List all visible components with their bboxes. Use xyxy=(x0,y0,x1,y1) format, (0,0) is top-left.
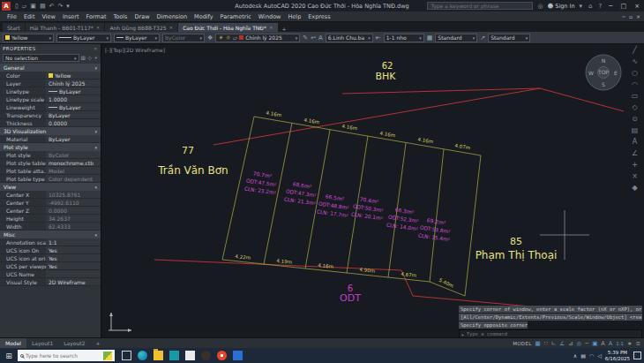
dynamic-input-icon[interactable]: ▣ xyxy=(592,340,597,347)
lineweight-dropdown[interactable]: ByLayer▾ xyxy=(114,34,160,42)
tab-cao-duc-thoi[interactable]: Cao Đức Thới - Hòa Nghĩa TNĐ*× xyxy=(178,23,277,32)
menu-express[interactable]: Express xyxy=(304,13,333,20)
new-tab-button[interactable]: + xyxy=(279,26,290,32)
annotation-scale-icon[interactable]: 1:1 xyxy=(616,341,624,346)
row-color-value[interactable]: Yellow xyxy=(46,72,101,79)
menu-draw[interactable]: Draw xyxy=(131,13,154,20)
row-ucs-per-viewport-value[interactable]: Yes xyxy=(46,262,101,269)
help-icon[interactable]: ? xyxy=(597,3,604,10)
taskbar-search[interactable] xyxy=(18,350,115,361)
doc-restore-button[interactable]: ▫ xyxy=(629,13,633,19)
action-center-icon[interactable] xyxy=(633,352,641,359)
section-view[interactable]: View▾ xyxy=(0,183,101,191)
tab-layout1[interactable]: Layout1 xyxy=(26,338,58,348)
dimension-tool-icon[interactable]: ∠ xyxy=(628,149,641,157)
row-linetype-value[interactable]: ByLayer xyxy=(46,87,101,95)
row-thickness-value[interactable]: 0.0000 xyxy=(46,119,101,126)
lineweight-display-icon[interactable]: ─ xyxy=(585,340,588,347)
row-material-value[interactable]: ByLayer xyxy=(46,135,101,142)
help-search-input[interactable] xyxy=(427,2,533,10)
close-tab-icon[interactable]: × xyxy=(269,25,273,30)
task-view-icon[interactable] xyxy=(122,351,131,360)
new-file-icon[interactable]: ▯ xyxy=(13,3,20,10)
row-ucs-icon-on-value[interactable]: Yes xyxy=(46,246,101,253)
polygon-tool-icon[interactable]: ◇ xyxy=(628,103,641,111)
model-space-label[interactable]: MODEL xyxy=(513,341,531,346)
redo-icon[interactable]: ↷ xyxy=(56,3,64,10)
autoscale-icon[interactable]: A xyxy=(609,340,612,347)
tab-anh-dung[interactable]: Anh Dũng BB88-T325× xyxy=(105,23,177,32)
navigation-compass[interactable]: N E S W TOP xyxy=(586,55,621,90)
circle-tool-icon[interactable]: ○ xyxy=(628,69,641,77)
network-icon[interactable]: ◠ xyxy=(589,352,594,359)
tray-expand-icon[interactable]: ∧ xyxy=(573,352,577,359)
apps-icon[interactable]: ⌂ xyxy=(587,3,594,10)
menu-insert[interactable]: Insert xyxy=(59,13,83,20)
sign-in-button[interactable]: ☻Sign In xyxy=(548,3,575,10)
text-style-icon[interactable]: A xyxy=(318,34,323,42)
tab-hai-thanh[interactable]: Hải Thanh - BB01-T117*× xyxy=(26,23,105,32)
cart-icon[interactable]: ▾ xyxy=(578,3,585,10)
compass-north[interactable]: N xyxy=(602,57,606,64)
table-style-icon[interactable]: ▦ xyxy=(427,34,433,42)
file-explorer-icon[interactable] xyxy=(154,351,163,360)
doc-close-button[interactable]: × xyxy=(636,13,640,19)
selection-dropdown[interactable]: No selection▾ xyxy=(3,54,79,62)
object-snap-icon[interactable]: ◎ xyxy=(577,340,582,347)
taskbar-app-icon[interactable] xyxy=(201,351,211,360)
chrome-browser-icon[interactable] xyxy=(217,351,227,360)
row-visual-style-value[interactable]: 2D Wireframe xyxy=(46,278,101,285)
snap-mode-icon[interactable]: ∷ xyxy=(544,340,548,347)
line-tool-icon[interactable]: ╱ xyxy=(628,46,641,54)
open-file-icon[interactable]: ▱ xyxy=(20,3,28,10)
taskbar-clock[interactable]: 5:39 PM 6/16/2025 xyxy=(605,350,630,361)
mleader-style-dropdown[interactable]: Standard▾ xyxy=(488,34,530,42)
taskbar-search-input[interactable] xyxy=(26,352,101,359)
block-tool-icon[interactable]: ◆ xyxy=(628,184,641,192)
edge-browser-icon[interactable] xyxy=(138,351,147,360)
new-layout-button[interactable]: + xyxy=(90,338,105,348)
taskbar-app-icon[interactable] xyxy=(185,351,195,360)
section-general[interactable]: General▾ xyxy=(0,64,101,72)
doc-minimize-button[interactable]: ─ xyxy=(622,13,625,19)
measure-tool-icon[interactable]: + xyxy=(628,161,641,169)
menu-modify[interactable]: Modify xyxy=(191,13,217,20)
search-icon[interactable]: ◎ xyxy=(535,3,544,10)
menu-file[interactable]: File xyxy=(4,13,20,20)
plot-icon[interactable]: ▤ xyxy=(38,3,48,10)
layer-freeze-icon[interactable]: ☼ xyxy=(226,34,231,42)
ellipse-tool-icon[interactable]: ⊙ xyxy=(628,115,641,123)
text-style-dropdown[interactable]: 6.Linh Chu.ba▾ xyxy=(326,34,373,42)
close-tab-icon[interactable]: × xyxy=(96,25,101,30)
polar-tracking-icon[interactable]: ∠ xyxy=(559,340,565,347)
command-input[interactable] xyxy=(467,331,640,337)
table-style-dropdown[interactable]: Standard▾ xyxy=(435,34,477,42)
compass-east[interactable]: E xyxy=(614,70,618,76)
layer-previous-icon[interactable]: ↩ xyxy=(311,34,316,42)
isodraft-icon[interactable]: ⊿ xyxy=(568,340,573,347)
color-dropdown[interactable]: Yellow▾ xyxy=(3,34,54,42)
section-misc[interactable]: Misc▾ xyxy=(0,231,101,238)
minimize-button[interactable]: ─ xyxy=(606,3,615,10)
taskbar-app-icon[interactable] xyxy=(233,351,243,360)
compass-west[interactable]: W xyxy=(588,70,594,76)
arc-tool-icon[interactable]: ◠ xyxy=(628,80,641,88)
viewport-controls[interactable]: [-][Top][2D Wireframe] xyxy=(105,47,165,54)
rectangle-tool-icon[interactable]: ▭ xyxy=(628,92,641,100)
undo-icon[interactable]: ↶ xyxy=(48,3,56,10)
menu-window[interactable]: Window xyxy=(255,13,285,20)
shield-icon[interactable]: ▤ xyxy=(580,352,586,359)
dim-style-icon[interactable]: ⇤ xyxy=(376,34,381,42)
layer-properties-icon[interactable]: ❖ xyxy=(207,34,213,42)
section-plot-style[interactable]: Plot style▾ xyxy=(0,143,101,151)
menu-help[interactable]: Help xyxy=(284,13,304,20)
tab-model[interactable]: Model xyxy=(0,338,26,348)
volume-icon[interactable]: ◁ xyxy=(597,352,602,359)
toggle-pickadd-icon[interactable]: ⊞ xyxy=(81,55,86,62)
tab-layout2[interactable]: Layout2 xyxy=(58,338,90,348)
row-transparency-value[interactable]: ByLayer xyxy=(46,111,101,118)
tab-start[interactable]: Start xyxy=(3,23,25,32)
weather-widget-icon[interactable] xyxy=(103,352,112,360)
compass-center[interactable]: TOP xyxy=(597,69,609,75)
dim-style-dropdown[interactable]: 1-1 nho▾ xyxy=(384,34,424,42)
